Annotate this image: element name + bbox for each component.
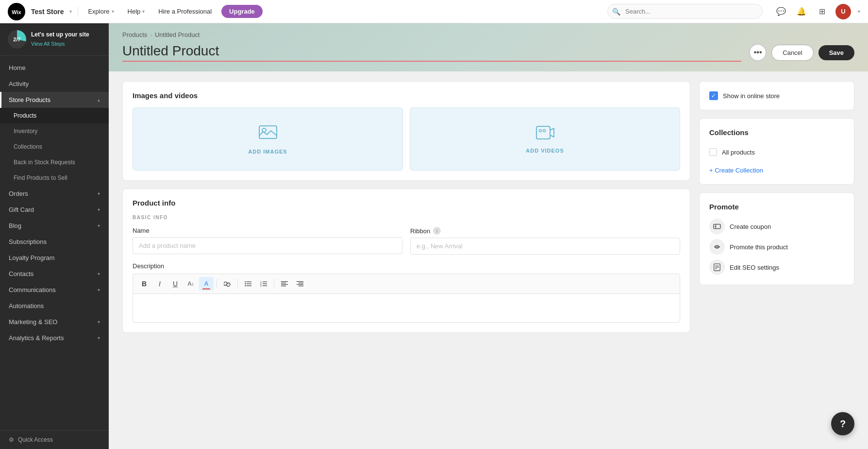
sidebar-item-collections[interactable]: Collections	[0, 139, 109, 155]
svg-point-7	[245, 281, 246, 282]
sidebar-item-loyalty[interactable]: Loyalty Program	[0, 250, 109, 266]
sidebar-item-activity[interactable]: Activity	[0, 76, 109, 92]
right-panel: ✓ Show in online store Collections All p…	[699, 81, 854, 333]
sidebar-item-blog[interactable]: Blog ▾	[0, 218, 109, 234]
align-left-button[interactable]	[277, 277, 292, 291]
collection-all-products: All products	[709, 144, 844, 160]
sidebar-item-inventory[interactable]: Inventory	[0, 123, 109, 139]
media-grid: ADD IMAGES ADD VIDEO	[133, 107, 680, 171]
sidebar-item-gift-card[interactable]: Gift Card ▾	[0, 202, 109, 218]
svg-point-11	[245, 285, 246, 286]
search-input[interactable]	[607, 4, 763, 19]
show-in-store-row: ✓ Show in online store	[709, 91, 844, 100]
sidebar-item-products[interactable]: Products	[0, 108, 109, 123]
top-navigation: Wix Test Store ▾ Explore ▾ Help ▾ Hire a…	[0, 0, 868, 23]
font-color-button[interactable]: A	[199, 277, 214, 291]
quick-access-button[interactable]: ⚙ Quick Access	[0, 430, 109, 449]
add-videos-label: ADD VIDEOS	[526, 148, 564, 154]
blog-chevron: ▾	[98, 223, 100, 228]
marketing-chevron: ▾	[98, 319, 100, 325]
breadcrumb-products-link[interactable]: Products	[122, 31, 147, 38]
list-ordered-button[interactable]: 1.2.3.	[256, 277, 271, 291]
promote-product-item[interactable]: Promote this product	[709, 239, 844, 255]
store-name-chevron: ▾	[69, 9, 72, 14]
create-collection-link[interactable]: + Create Collection	[709, 167, 763, 174]
product-info-title: Product info	[133, 199, 680, 207]
page-header: Products › Untitled Product Untitled Pro…	[109, 23, 868, 71]
svg-text:3.: 3.	[260, 285, 262, 287]
store-name[interactable]: Test Store	[31, 8, 64, 16]
sidebar-item-find-products[interactable]: Find Products to Sell	[0, 170, 109, 186]
sidebar-section: Home Activity Store Products ▴ Products …	[0, 56, 109, 350]
hire-professional-button[interactable]: Hire a Professional	[154, 6, 216, 17]
align-right-button[interactable]	[293, 277, 307, 291]
sidebar-item-communications[interactable]: Communications ▾	[0, 282, 109, 298]
seo-settings-item[interactable]: Edit SEO settings	[709, 259, 844, 275]
create-coupon-item[interactable]: Create coupon	[709, 219, 844, 234]
sidebar-item-subscriptions[interactable]: Subscriptions	[0, 234, 109, 250]
add-images-box[interactable]: ADD IMAGES	[133, 107, 403, 171]
main-layout: 2/7 Let's set up your site View All Step…	[0, 23, 868, 449]
view-all-steps-link[interactable]: View All Steps	[31, 41, 65, 47]
sidebar-item-marketing[interactable]: Marketing & SEO ▾	[0, 314, 109, 330]
nav-icons: 💬 🔔 ⊞ U ▾	[774, 4, 860, 19]
page-title[interactable]: Untitled Product	[122, 43, 741, 62]
help-fab-button[interactable]: ?	[831, 412, 854, 435]
more-options-button[interactable]: •••	[749, 44, 767, 61]
collections-card: Collections All products + Create Collec…	[699, 118, 854, 185]
sidebar-item-contacts[interactable]: Contacts ▾	[0, 266, 109, 282]
promote-icon	[709, 239, 725, 255]
toolbar-divider-1	[217, 279, 217, 289]
add-videos-box[interactable]: ADD VIDEOS	[410, 107, 680, 171]
name-input[interactable]	[133, 237, 402, 254]
nav-divider-1	[78, 7, 78, 17]
progress-circle: 2/7	[8, 30, 26, 49]
store-products-chevron: ▴	[98, 97, 100, 103]
ribbon-input[interactable]	[410, 238, 680, 255]
help-button[interactable]: Help ▾	[124, 6, 149, 17]
create-coupon-label: Create coupon	[730, 223, 771, 230]
show-in-store-card: ✓ Show in online store	[699, 81, 854, 110]
show-in-store-checkbox[interactable]: ✓	[709, 91, 718, 100]
svg-rect-4	[536, 126, 550, 139]
add-videos-icon	[535, 124, 555, 143]
wix-logo[interactable]: Wix	[8, 3, 25, 20]
sidebar-item-analytics[interactable]: Analytics & Reports ▾	[0, 330, 109, 346]
bold-button[interactable]: B	[137, 277, 151, 291]
apps-icon[interactable]: ⊞	[815, 5, 829, 18]
sidebar-progress[interactable]: 2/7 Let's set up your site View All Step…	[0, 23, 109, 56]
seo-settings-label: Edit SEO settings	[730, 264, 779, 271]
list-unordered-button[interactable]	[241, 277, 255, 291]
underline-button[interactable]: U	[168, 277, 183, 291]
sidebar-item-home[interactable]: Home	[0, 60, 109, 76]
name-label: Name	[133, 227, 402, 234]
breadcrumb-separator: ›	[150, 32, 152, 38]
all-products-checkbox[interactable]	[709, 148, 717, 156]
images-videos-card: Images and videos ADD IMAGES	[122, 81, 690, 181]
sidebar: 2/7 Let's set up your site View All Step…	[0, 23, 109, 449]
sidebar-item-store-products[interactable]: Store Products ▴	[0, 92, 109, 108]
description-editor[interactable]	[133, 294, 680, 323]
save-button[interactable]: Save	[818, 45, 854, 60]
orders-chevron: ▾	[98, 191, 100, 196]
sidebar-item-orders[interactable]: Orders ▾	[0, 186, 109, 202]
sidebar-item-automations[interactable]: Automations	[0, 298, 109, 314]
contacts-chevron: ▾	[98, 271, 100, 276]
link-button[interactable]	[220, 277, 234, 291]
font-size-button[interactable]: A↕	[184, 277, 198, 291]
user-avatar[interactable]: U	[835, 4, 851, 19]
italic-button[interactable]: I	[152, 277, 167, 291]
promote-card: Promote Create coupon Promot	[699, 192, 854, 285]
checkbox-check-icon: ✓	[711, 92, 716, 99]
cancel-button[interactable]: Cancel	[771, 45, 813, 61]
ribbon-info-icon[interactable]: i	[433, 227, 441, 235]
add-images-label: ADD IMAGES	[248, 149, 287, 155]
svg-point-5	[539, 130, 541, 132]
upgrade-button[interactable]: Upgrade	[221, 5, 263, 18]
notifications-icon[interactable]: 🔔	[795, 5, 808, 18]
chat-icon[interactable]: 💬	[774, 5, 788, 18]
sidebar-item-back-in-stock[interactable]: Back in Stock Requests	[0, 155, 109, 170]
header-actions: ••• Cancel Save	[749, 44, 854, 61]
basic-info-label: BASIC INFO	[133, 215, 680, 220]
explore-button[interactable]: Explore ▾	[84, 6, 117, 17]
